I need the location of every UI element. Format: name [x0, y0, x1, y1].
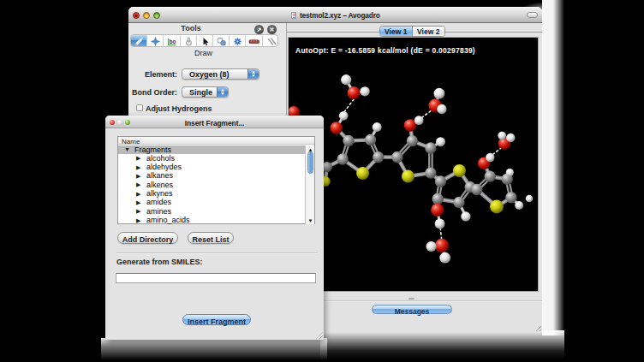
- svg-text:bo: bo: [170, 39, 176, 45]
